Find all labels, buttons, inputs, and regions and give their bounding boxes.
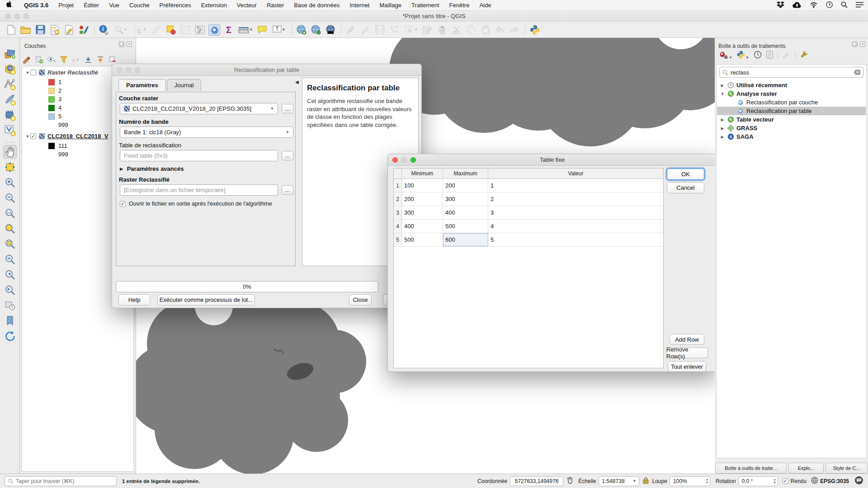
raster-browse-button[interactable]: … [282,104,293,113]
pan-to-selection-icon[interactable] [3,160,17,174]
open-output-checkbox[interactable]: ✓ [120,201,126,207]
filter-expression-icon[interactable]: ε▼ [71,55,80,64]
new-virtual-layer-icon[interactable] [3,124,17,137]
current-edits-icon[interactable] [345,24,357,36]
collapse-all-icon[interactable] [96,55,105,64]
text-annotation-icon[interactable]: T▼ [271,24,287,36]
render-checkbox[interactable]: ✓ [783,478,788,484]
edit-features-inplace-icon[interactable] [783,51,791,60]
cell-val[interactable]: 5 [488,233,663,246]
tree-item-table-vecteur[interactable]: ▶ Table vecteur [717,115,866,124]
remove-layer-icon[interactable] [108,55,117,64]
layers-panel-float-icon[interactable]: ❏ [119,42,124,47]
menu-maillage[interactable]: Maillage [374,2,406,9]
magnifier-spinner[interactable]: 100% ▲▼ [670,476,710,486]
layer-styling-icon[interactable] [23,55,32,64]
tab-style-de-couche[interactable]: Style de C... [826,463,868,474]
notification-center-icon[interactable] [856,2,863,9]
tree-item-saga[interactable]: ▶ S SAGA [717,132,866,141]
dropbox-icon[interactable] [777,1,784,9]
help-button[interactable]: Help [118,294,150,305]
dialog-close-button[interactable] [392,157,398,163]
dialog-titlebar[interactable]: Table fixe [388,154,717,166]
tree-item-reclass-par-table[interactable]: Reclassification par table [717,107,866,115]
map-annotation-icon[interactable] [165,24,177,36]
locator-search[interactable] [5,476,117,486]
paste-features-icon[interactable] [480,24,491,36]
table-row[interactable]: 4 400 500 4 [394,220,663,233]
refresh-map-icon[interactable] [3,329,17,343]
expand-arrow-icon[interactable]: ▼ [25,134,30,139]
layer-visibility-checkbox[interactable] [30,70,36,75]
cell-max[interactable]: 500 [443,220,488,233]
cell-min[interactable]: 500 [402,233,443,246]
zoom-to-selection-icon[interactable] [3,237,17,251]
layout-manager-icon[interactable] [63,24,75,36]
processing-toolbox-icon[interactable] [208,24,220,36]
options-wrench-icon[interactable] [800,51,808,61]
menu-editer[interactable]: Éditer [79,2,104,9]
zoom-in-icon[interactable] [3,176,17,189]
new-geopackage-layer-icon[interactable] [3,62,17,76]
cell-max-selected[interactable]: 600 [443,233,488,246]
processing-history-icon[interactable] [194,24,206,36]
messages-icon[interactable] [854,476,863,486]
crs-value[interactable]: EPSG:3035 [820,478,849,484]
menu-extension[interactable]: Extension [196,2,232,9]
raster-layer-combo[interactable]: CLC2018_CLC2018_V2018_20 [EPSG:3035] ▼ [120,103,278,114]
collapse-description-icon[interactable]: ◀ [295,80,299,84]
metasearch-edit-icon[interactable] [310,24,322,36]
remove-rows-button[interactable]: Remove Row(s) [666,347,708,358]
data-source-manager-icon[interactable] [3,47,17,61]
tab-explorateur[interactable]: Explo... [788,463,824,474]
cancel-button[interactable]: Cancel [667,182,704,193]
menu-preferences[interactable]: Préférences [155,2,196,9]
band-combo[interactable]: Bande 1: clc18 (Gray) ▼ [120,127,293,138]
zoom-out-icon[interactable] [3,191,17,205]
clock-icon[interactable] [826,1,833,9]
menu-couche[interactable]: Couche [124,2,155,9]
open-project-icon[interactable] [20,24,32,36]
modify-attributes-icon[interactable]: ▼ [403,24,419,36]
zoom-native-icon[interactable]: 1:1 [3,206,17,220]
lock-scale-icon[interactable] [643,477,649,485]
close-button[interactable]: Close [349,294,372,305]
python-console-icon[interactable] [529,24,541,36]
table-row[interactable]: 3 300 400 3 [394,206,663,220]
toolbox-search[interactable]: reclass [719,67,863,78]
zoom-full-icon[interactable] [3,222,17,235]
layers-panel-close-icon[interactable]: × [127,42,132,47]
cell-val[interactable]: 3 [488,206,663,219]
zoom-next-icon[interactable] [3,283,17,297]
cell-min[interactable]: 400 [402,220,443,233]
menu-projet[interactable]: Projet [53,2,79,9]
col-valeur[interactable]: Valeur [488,169,663,178]
expand-arrow-icon[interactable]: ▼ [25,70,30,75]
tree-item-grass[interactable]: ▶ GRASS [717,124,866,132]
reclass-table-browse-button[interactable]: … [282,151,293,160]
tab-boite-a-outils[interactable]: Boîte à outils de traite... [715,463,787,474]
deselect-features-icon[interactable] [151,24,162,36]
dialog-zoom-button[interactable] [135,67,140,73]
dialog-close-button[interactable] [117,67,122,73]
zoom-last-icon[interactable] [3,268,17,282]
tree-item-recent[interactable]: ▶ Utilisé récemment [717,81,866,89]
clear-search-icon[interactable] [854,70,860,75]
dialog-minimize-button[interactable] [126,67,131,73]
add-row-button[interactable]: Add Row [670,334,704,345]
history-icon[interactable] [754,51,762,61]
menu-traitement[interactable]: Traitement [406,2,444,9]
run-as-batch-button[interactable]: Exécuter comme processus de lot... [157,294,255,305]
cell-val[interactable]: 2 [488,192,663,206]
models-icon[interactable]: ▼ [718,51,732,61]
reclass-table-input[interactable]: Fixed table (0x3) [120,150,278,161]
menu-fenetre[interactable]: Fenêtre [444,2,475,9]
apple-menu-icon[interactable] [0,1,19,9]
copy-features-icon[interactable] [465,24,477,36]
new-project-icon[interactable] [5,24,17,36]
extent-icon[interactable] [566,477,574,486]
menu-base-de-donnees[interactable]: Base de données [289,2,344,9]
new-spatialite-layer-icon[interactable] [3,93,17,107]
advanced-params-toggle[interactable]: ▶ Paramètres avancés [120,165,184,172]
cell-min[interactable]: 200 [402,192,443,206]
